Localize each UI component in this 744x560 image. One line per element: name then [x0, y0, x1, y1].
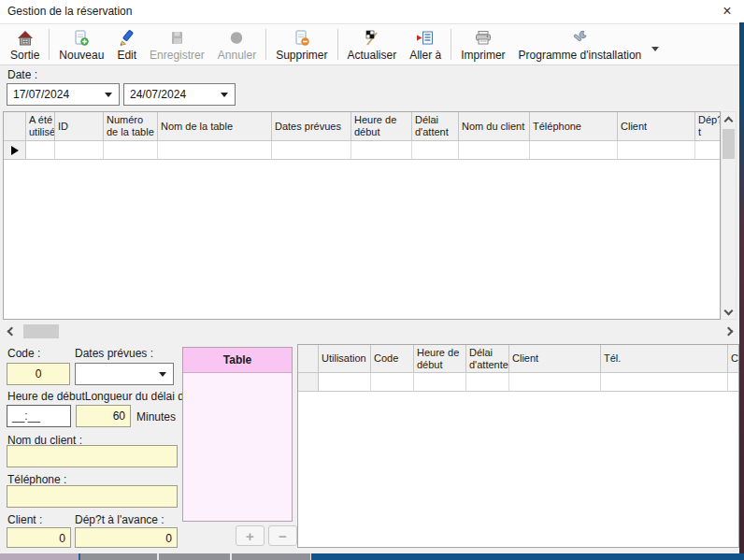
actualiser-button[interactable]: Actualiser — [341, 24, 404, 65]
table-cell[interactable] — [55, 141, 104, 160]
table-row[interactable] — [4, 141, 720, 160]
toolbar-button-label: Actualiser — [348, 49, 397, 62]
chevron-down-icon — [159, 372, 166, 377]
dates-prevues-label: Dates prévues : — [75, 347, 153, 360]
horizontal-scrollbar-thumb[interactable] — [23, 324, 59, 338]
save-icon — [167, 28, 186, 49]
imprimer-button[interactable]: Imprimer — [454, 24, 511, 65]
column-header[interactable]: Dates prévues — [272, 112, 351, 141]
client-input[interactable]: 0 — [7, 527, 71, 548]
table-cell[interactable] — [319, 373, 371, 392]
add-table-button: + — [236, 525, 265, 546]
row-selector-cell — [4, 141, 26, 160]
column-header[interactable]: Tél. — [601, 345, 728, 373]
column-header[interactable]: Heure de début — [414, 345, 466, 373]
date-from-combobox[interactable]: 17/07/2024 — [7, 83, 120, 106]
delai-input[interactable]: 60 — [76, 405, 131, 427]
table-cell[interactable] — [728, 373, 739, 392]
scroll-up-icon[interactable] — [722, 112, 736, 126]
dates-prevues-combobox[interactable] — [75, 363, 174, 385]
date-to-combobox[interactable]: 24/07/2024 — [123, 83, 236, 106]
column-header[interactable]: Code — [371, 345, 414, 373]
toolbar-separator — [451, 29, 451, 60]
wrench-icon — [570, 28, 589, 49]
printer-icon — [473, 28, 494, 49]
column-header[interactable]: Téléphone — [530, 112, 618, 141]
enregistrer-button: Enregistrer — [143, 24, 211, 65]
toolbar-button-label: Aller à — [409, 49, 441, 62]
scroll-left-icon[interactable] — [3, 324, 17, 338]
delete-document-icon — [293, 28, 311, 49]
table-cell[interactable] — [601, 373, 728, 392]
table-row[interactable] — [298, 373, 738, 392]
title-bar: Gestion de la réservation × — [0, 0, 744, 24]
column-header[interactable]: Utilisation — [319, 345, 371, 373]
toolbar-button-label: Enregistrer — [150, 49, 205, 62]
date-to-value: 24/07/2024 — [130, 84, 186, 105]
column-header[interactable]: ID — [55, 112, 104, 141]
table-cell[interactable] — [618, 141, 695, 160]
toolbar-button-label: Nouveau — [59, 49, 104, 62]
edit-button[interactable]: Edit — [110, 24, 143, 65]
row-selector-header — [4, 112, 26, 141]
column-header[interactable]: Client — [728, 345, 739, 373]
code-input[interactable]: 0 — [7, 363, 70, 385]
column-header[interactable]: Délai d'attent — [412, 112, 459, 141]
telephone-input[interactable] — [7, 485, 178, 508]
vertical-scrollbar-thumb[interactable] — [723, 129, 735, 159]
supprimer-button[interactable]: Supprimer — [269, 24, 334, 65]
column-header[interactable]: Nom de la table — [158, 112, 272, 141]
goto-record-icon — [415, 28, 436, 49]
column-header[interactable]: Client — [618, 112, 695, 141]
table-cell[interactable] — [414, 373, 466, 392]
column-header[interactable]: Dép?t — [695, 112, 721, 141]
table-cell[interactable] — [459, 141, 530, 160]
table-cell[interactable] — [272, 141, 351, 160]
annuler-button: Annuler — [211, 24, 263, 65]
table-cell[interactable] — [158, 141, 272, 160]
heure-debut-label: Heure de début — [7, 390, 85, 403]
column-header[interactable]: Nom du client — [459, 112, 530, 141]
toolbar-button-label: Imprimer — [461, 49, 505, 62]
close-icon[interactable]: × — [716, 1, 738, 22]
minus-icon: − — [279, 528, 287, 544]
home-icon — [16, 28, 35, 49]
table-cell[interactable] — [371, 373, 414, 392]
toolbar-button-label: Edit — [117, 49, 136, 62]
vertical-scrollbar[interactable] — [721, 111, 737, 320]
reservations-grid: A été utiliséIDNuméro de la tableNom de … — [3, 111, 721, 320]
column-header[interactable]: Numéro de la table — [104, 112, 158, 141]
column-header[interactable]: Client — [509, 345, 601, 373]
nouveau-button[interactable]: Nouveau — [52, 24, 110, 65]
depot-input[interactable]: 0 — [75, 527, 178, 548]
code-label: Code : — [7, 347, 40, 360]
toolbar-overflow-arrow-icon[interactable] — [651, 47, 659, 51]
aller-a-button[interactable]: Aller à — [403, 24, 448, 65]
table-cell[interactable] — [104, 141, 158, 160]
programme-installation-button[interactable]: Programme d'installation — [512, 24, 649, 65]
toolbar-separator — [337, 29, 338, 60]
row-selector-header — [298, 345, 319, 373]
table-cell[interactable] — [351, 141, 412, 160]
heure-debut-input[interactable]: __:__ — [7, 405, 71, 427]
column-header[interactable]: Délai d'attente — [466, 345, 509, 373]
table-cell[interactable] — [26, 141, 55, 160]
sortie-button[interactable]: Sortie — [4, 24, 46, 65]
table-cell[interactable] — [530, 141, 618, 160]
nom-client-input[interactable] — [7, 445, 178, 467]
background-window-right-edge — [739, 22, 744, 560]
column-header[interactable]: Heure de début — [351, 112, 412, 141]
toolbar-button-label: Sortie — [10, 49, 39, 62]
column-header[interactable]: A été utilisé — [26, 112, 55, 141]
scroll-down-icon[interactable] — [722, 305, 736, 319]
table-cell[interactable] — [466, 373, 509, 392]
table-cell[interactable] — [412, 141, 459, 160]
horizontal-scrollbar[interactable] — [3, 323, 737, 339]
table-cell[interactable] — [509, 373, 601, 392]
toolbar-separator — [265, 29, 266, 60]
date-label: Date : — [7, 68, 37, 81]
scroll-right-icon[interactable] — [723, 324, 737, 338]
chevron-down-icon — [221, 93, 228, 97]
longueur-delai-label: Longueur du délai d'atte — [85, 390, 182, 403]
table-cell[interactable] — [695, 141, 721, 160]
